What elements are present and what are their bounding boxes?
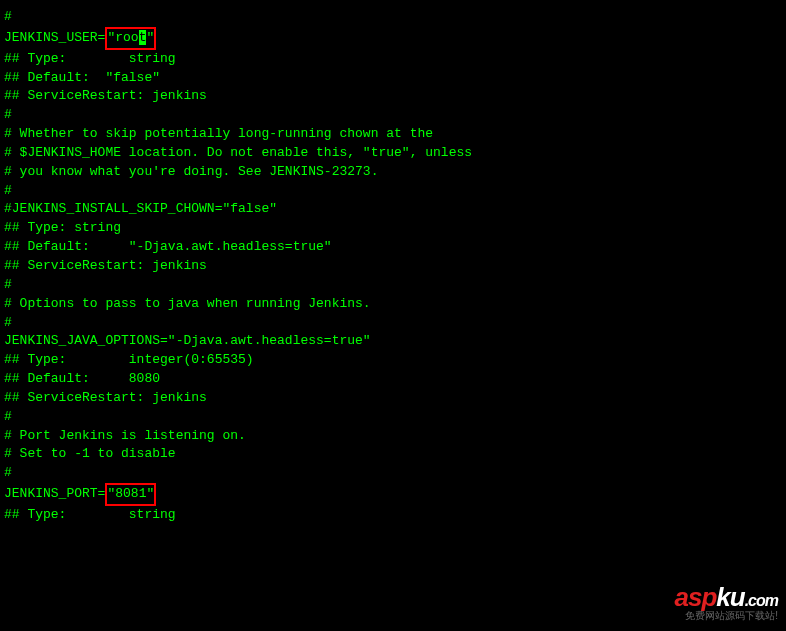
- config-line: #: [4, 314, 782, 333]
- watermark-suffix: .com: [745, 592, 778, 609]
- key-text: JENKINS_USER=: [4, 30, 105, 45]
- config-line: ## Default: "-Djava.awt.headless=true": [4, 238, 782, 257]
- config-line: ## ServiceRestart: jenkins: [4, 389, 782, 408]
- config-line: #: [4, 464, 782, 483]
- config-line: # Port Jenkins is listening on.: [4, 427, 782, 446]
- config-line: #: [4, 182, 782, 201]
- config-line: #: [4, 408, 782, 427]
- config-line: # Set to -1 to disable: [4, 445, 782, 464]
- config-line: ## Type: string: [4, 219, 782, 238]
- config-line: ## Type: string: [4, 506, 782, 525]
- config-line: # $JENKINS_HOME location. Do not enable …: [4, 144, 782, 163]
- terminal-content[interactable]: # JENKINS_USER="root" ## Type: string ##…: [4, 8, 782, 525]
- config-line: #: [4, 8, 782, 27]
- highlight-box: "8081": [105, 483, 156, 506]
- config-line: # you know what you're doing. See JENKIN…: [4, 163, 782, 182]
- config-line: ## ServiceRestart: jenkins: [4, 257, 782, 276]
- watermark-logo: aspku.com 免费网站源码下载站!: [675, 582, 779, 623]
- config-line: ## Default: 8080: [4, 370, 782, 389]
- config-line: #: [4, 276, 782, 295]
- value-pre: "roo: [107, 30, 138, 45]
- value-post: ": [146, 30, 154, 45]
- config-line: JENKINS_JAVA_OPTIONS="-Djava.awt.headles…: [4, 332, 782, 351]
- config-line: #: [4, 106, 782, 125]
- config-line-jenkins-user: JENKINS_USER="root": [4, 27, 782, 50]
- highlight-box: "root": [105, 27, 156, 50]
- config-line: # Options to pass to java when running J…: [4, 295, 782, 314]
- config-line: ## Type: integer(0:65535): [4, 351, 782, 370]
- key-text: JENKINS_PORT=: [4, 486, 105, 501]
- watermark-outline: ku: [716, 582, 744, 612]
- config-line: ## ServiceRestart: jenkins: [4, 87, 782, 106]
- value-text: "8081": [107, 486, 154, 501]
- config-line: #JENKINS_INSTALL_SKIP_CHOWN="false": [4, 200, 782, 219]
- config-line-jenkins-port: JENKINS_PORT="8081": [4, 483, 782, 506]
- config-line: ## Type: string: [4, 50, 782, 69]
- watermark-sub: 免费网站源码下载站!: [675, 609, 779, 623]
- watermark-red: asp: [675, 582, 717, 612]
- config-line: # Whether to skip potentially long-runni…: [4, 125, 782, 144]
- config-line: ## Default: "false": [4, 69, 782, 88]
